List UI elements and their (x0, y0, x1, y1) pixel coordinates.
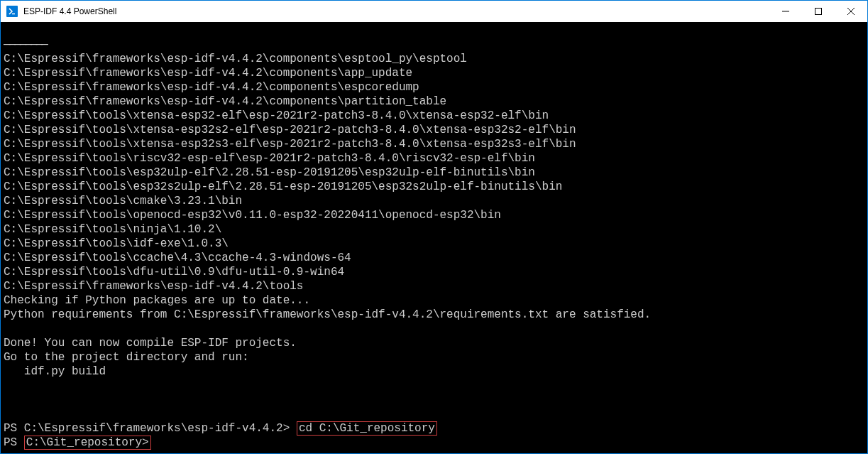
output-line: Go to the project directory and run: (4, 351, 249, 364)
maximize-button[interactable] (802, 1, 835, 22)
prompt-ps: PS (4, 436, 24, 449)
output-line: C:\Espressif\tools\xtensa-esp32s2-elf\es… (4, 124, 576, 136)
output-line: Python requirements from C:\Espressif\fr… (4, 308, 651, 321)
output-line: C:\Espressif\frameworks\esp-idf-v4.4.2\c… (4, 53, 467, 65)
output-line: C:\Espressif\tools\xtensa-esp32s3-elf\es… (4, 138, 576, 151)
output-line: C:\Espressif\frameworks\esp-idf-v4.4.2\c… (4, 81, 419, 94)
highlighted-cwd: C:\Git_repository> (24, 436, 151, 450)
output-line: C:\Espressif\tools\openocd-esp32\v0.11.0… (4, 209, 501, 222)
output-line: C:\Espressif\tools\esp32ulp-elf\2.28.51-… (4, 166, 535, 179)
prompt-line-1: PS C:\Espressif\frameworks\esp-idf-v4.4.… (4, 422, 437, 435)
output-line: C:\Espressif\tools\xtensa-esp32-elf\esp-… (4, 109, 549, 122)
prompt-prefix: PS C:\Espressif\frameworks\esp-idf-v4.4.… (4, 422, 297, 435)
powershell-window: ESP-IDF 4.4 PowerShell ———————— C:\Espre… (0, 0, 868, 454)
output-line: C:\Espressif\tools\cmake\3.23.1\bin (4, 195, 242, 207)
output-line: idf.py build (4, 365, 106, 378)
output-line: C:\Espressif\frameworks\esp-idf-v4.4.2\c… (4, 95, 446, 108)
window-controls (769, 1, 867, 22)
svg-rect-2 (815, 9, 822, 15)
separator-line: ———————— (4, 38, 47, 51)
output-line: C:\Espressif\tools\ninja\1.10.2\ (4, 223, 221, 236)
output-line: Checking if Python packages are up to da… (4, 294, 310, 307)
output-line: C:\Espressif\frameworks\esp-idf-v4.4.2\c… (4, 67, 412, 80)
close-button[interactable] (835, 1, 867, 22)
output-line: Done! You can now compile ESP-IDF projec… (4, 337, 297, 350)
output-line: C:\Espressif\tools\idf-exe\1.0.3\ (4, 237, 229, 250)
prompt-line-2: PS C:\Git_repository> (4, 436, 151, 449)
powershell-icon (6, 6, 18, 17)
output-line: C:\Espressif\tools\ccache\4.3\ccache-4.3… (4, 252, 351, 264)
window-title: ESP-IDF 4.4 PowerShell (23, 6, 116, 16)
output-line: C:\Espressif\tools\esp32s2ulp-elf\2.28.5… (4, 180, 562, 193)
titlebar[interactable]: ESP-IDF 4.4 PowerShell (1, 1, 867, 22)
minimize-button[interactable] (769, 1, 802, 22)
output-line: C:\Espressif\tools\dfu-util\0.9\dfu-util… (4, 266, 344, 279)
terminal-viewport[interactable]: ———————— C:\Espressif\frameworks\esp-idf… (1, 22, 867, 453)
highlighted-command: cd C:\Git_repository (297, 421, 437, 436)
output-line: C:\Espressif\tools\riscv32-esp-elf\esp-2… (4, 152, 535, 165)
output-line: C:\Espressif\frameworks\esp-idf-v4.4.2\t… (4, 280, 303, 293)
